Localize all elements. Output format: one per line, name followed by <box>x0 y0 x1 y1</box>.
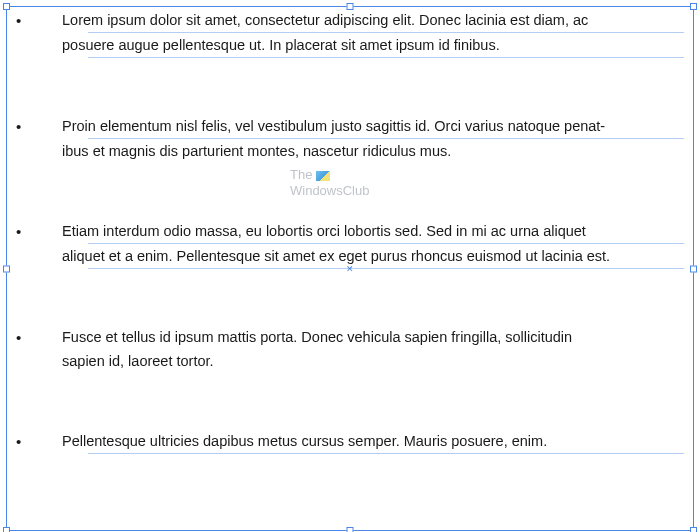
resize-handle-top-middle[interactable] <box>347 3 354 10</box>
resize-handle-bottom-middle[interactable] <box>347 527 354 532</box>
selection-bounding-box[interactable]: ✕ <box>6 6 694 531</box>
resize-handle-bottom-right[interactable] <box>690 527 697 532</box>
resize-handle-middle-left[interactable] <box>3 265 10 272</box>
resize-handle-middle-right[interactable] <box>690 265 697 272</box>
resize-handle-bottom-left[interactable] <box>3 527 10 532</box>
resize-handle-top-right[interactable] <box>690 3 697 10</box>
resize-handle-top-left[interactable] <box>3 3 10 10</box>
center-point-icon[interactable]: ✕ <box>346 264 355 273</box>
